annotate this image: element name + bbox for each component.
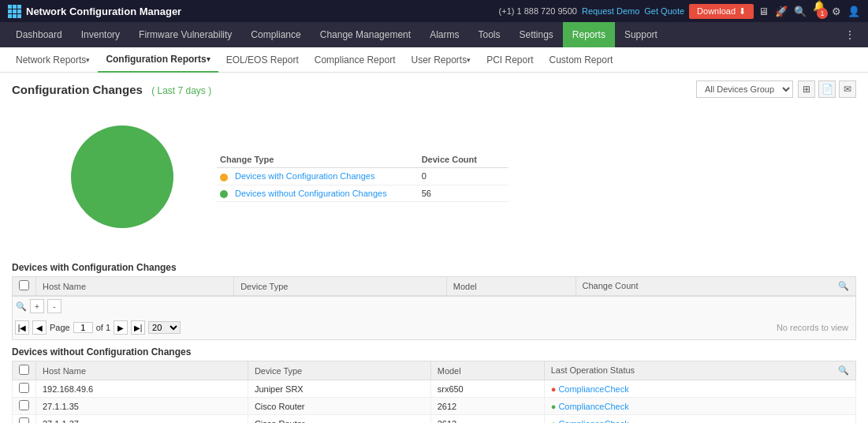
table1-first-page-btn[interactable]: |◀: [15, 320, 29, 335]
row-status-link[interactable]: ComplianceCheck: [558, 384, 628, 394]
subnav-custom-report[interactable]: Custom Report: [542, 47, 621, 73]
nav-firmware[interactable]: Firmware Vulnerability: [129, 22, 241, 47]
donut-chart-svg: [59, 114, 185, 240]
subnav-pci-report[interactable]: PCI Report: [479, 47, 541, 73]
topbar-right: (+1) 1 888 720 9500 Request Demo Get Quo…: [499, 0, 860, 23]
device-group-select[interactable]: All Devices Group: [696, 80, 793, 98]
user-icon[interactable]: 👤: [848, 6, 860, 17]
row-checkbox-cell: [13, 415, 36, 424]
table-row: 27.1.1.35 Cisco Router 2612 ● Compliance…: [13, 398, 856, 415]
row-model: srx650: [430, 380, 544, 398]
top-bar: Network Configuration Manager (+1) 1 888…: [0, 0, 868, 22]
nav-tools[interactable]: Tools: [468, 22, 509, 47]
table1-next-page-btn[interactable]: ▶: [114, 320, 128, 335]
table2-search-icon[interactable]: 🔍: [838, 365, 849, 376]
legend-label-with-changes: Devices with Configuration Changes: [217, 168, 419, 185]
nav-change-management[interactable]: Change Management: [311, 22, 420, 47]
nav-compliance[interactable]: Compliance: [241, 22, 310, 47]
table1-toolbar: 🔍 + -: [12, 296, 856, 316]
phone-number: (+1) 1 888 720 9500: [499, 6, 577, 16]
nav-dashboard[interactable]: Dashboard: [6, 22, 72, 47]
download-button[interactable]: Download ⬇: [689, 4, 754, 19]
navbar-more-icon[interactable]: ⋮: [838, 28, 862, 41]
table1-col-model: Model: [446, 277, 576, 296]
table1-minus-btn[interactable]: -: [47, 299, 61, 313]
status-err-icon: ●: [551, 384, 557, 394]
row-host: 27.1.1.35: [36, 398, 248, 415]
table1-page-label: Page: [50, 323, 70, 332]
nav-reports[interactable]: Reports: [563, 22, 615, 47]
table2-select-all-checkbox[interactable]: [19, 365, 29, 375]
table1-last-page-btn[interactable]: ▶|: [131, 320, 145, 335]
table1-page-input[interactable]: [73, 322, 93, 333]
subnav-configuration-reports[interactable]: Configuration Reports: [98, 47, 218, 73]
no-config-changes-table: Host Name Device Type Model Last Operati…: [12, 361, 856, 423]
legend-count-without-changes: 56: [419, 185, 509, 201]
table1-select-all-header: [13, 277, 36, 296]
nav-settings[interactable]: Settings: [510, 22, 563, 47]
notification-badge: 1: [817, 8, 828, 19]
table1-search-icon[interactable]: 🔍: [838, 281, 849, 291]
settings-icon[interactable]: ⚙: [832, 6, 841, 17]
export-excel-button[interactable]: ⊞: [798, 80, 815, 98]
export-pdf-button[interactable]: 📄: [818, 80, 836, 98]
legend-dot-with-changes: [220, 174, 228, 182]
table2-col-hostname: Host Name: [36, 361, 248, 380]
monitor-icon[interactable]: 🖥: [758, 6, 769, 17]
export-icons: ⊞ 📄 ✉: [798, 80, 856, 98]
row-checkbox[interactable]: [19, 417, 29, 423]
row-status-link[interactable]: ComplianceCheck: [558, 402, 628, 411]
search-icon[interactable]: 🔍: [794, 6, 807, 17]
row-checkbox[interactable]: [19, 383, 29, 393]
table2-col-model: Model: [430, 361, 544, 380]
download-icon: ⬇: [739, 6, 746, 17]
table1-add-btn[interactable]: +: [30, 299, 44, 313]
row-checkbox[interactable]: [19, 400, 29, 410]
logo-grid-icon: [8, 5, 21, 18]
donut-segment-without-changes: [71, 125, 173, 228]
table2-col-device-type: Device Type: [248, 361, 430, 380]
legend-label-without-changes: Devices without Configuration Changes: [217, 185, 419, 201]
table2-wrapper: Host Name Device Type Model Last Operati…: [12, 361, 856, 423]
legend-count-with-changes: 0: [419, 168, 509, 185]
page-title-area: Configuration Changes ( Last 7 days ): [12, 83, 211, 96]
nav-alarms[interactable]: Alarms: [420, 22, 468, 47]
row-status-link[interactable]: ComplianceCheck: [558, 419, 628, 424]
table1-pagination: |◀ ◀ Page of 1 ▶ ▶| 2050100 No records t…: [12, 316, 856, 340]
rocket-icon[interactable]: 🚀: [775, 6, 788, 17]
chart-legend: Change Type Device Count Devices with Co…: [217, 152, 509, 201]
search-small-icon[interactable]: 🔍: [16, 301, 27, 312]
subnav-eol-eos[interactable]: EOL/EOS Report: [218, 47, 307, 73]
table1-prev-page-btn[interactable]: ◀: [32, 320, 47, 335]
table2-col-status: Last Operation Status 🔍: [544, 361, 855, 380]
table1-select-all-checkbox[interactable]: [19, 280, 29, 290]
row-device-type: Cisco Router: [248, 398, 430, 415]
nav-support[interactable]: Support: [615, 22, 667, 47]
nav-inventory[interactable]: Inventory: [72, 22, 129, 47]
request-demo-link[interactable]: Request Demo: [582, 6, 639, 16]
table1-wrapper: Host Name Device Type Model Change Count…: [12, 276, 856, 340]
status-ok-icon: ●: [551, 419, 557, 424]
section-header-without-changes: Devices without Configuration Changes: [12, 346, 856, 357]
subnav-user-reports[interactable]: User Reports: [403, 47, 479, 73]
legend-table: Change Type Device Count Devices with Co…: [217, 152, 509, 201]
subnav-network-reports[interactable]: Network Reports: [8, 47, 98, 73]
row-model: 2612: [430, 415, 544, 424]
table1-of-label: of 1: [96, 323, 110, 332]
row-model: 2612: [430, 398, 544, 415]
table1-page-size-select[interactable]: 2050100: [148, 321, 181, 334]
chart-section: Change Type Device Count Devices with Co…: [12, 106, 856, 256]
row-status: ● ComplianceCheck: [544, 415, 855, 424]
page-header: Configuration Changes ( Last 7 days ) Al…: [12, 80, 856, 98]
row-device-type: Cisco Router: [248, 415, 430, 424]
notifications-icon[interactable]: 🔔 1: [813, 0, 825, 23]
table1-col-device-type: Device Type: [234, 277, 447, 296]
table2-select-all-header: [13, 361, 36, 380]
table1-col-change-count: Change Count 🔍: [576, 277, 856, 296]
download-label: Download: [697, 6, 736, 16]
legend-header-type: Change Type: [217, 152, 419, 168]
main-content: Configuration Changes ( Last 7 days ) Al…: [0, 73, 868, 423]
subnav-compliance-report[interactable]: Compliance Report: [307, 47, 404, 73]
get-quote-link[interactable]: Get Quote: [644, 6, 684, 16]
email-button[interactable]: ✉: [839, 80, 856, 98]
